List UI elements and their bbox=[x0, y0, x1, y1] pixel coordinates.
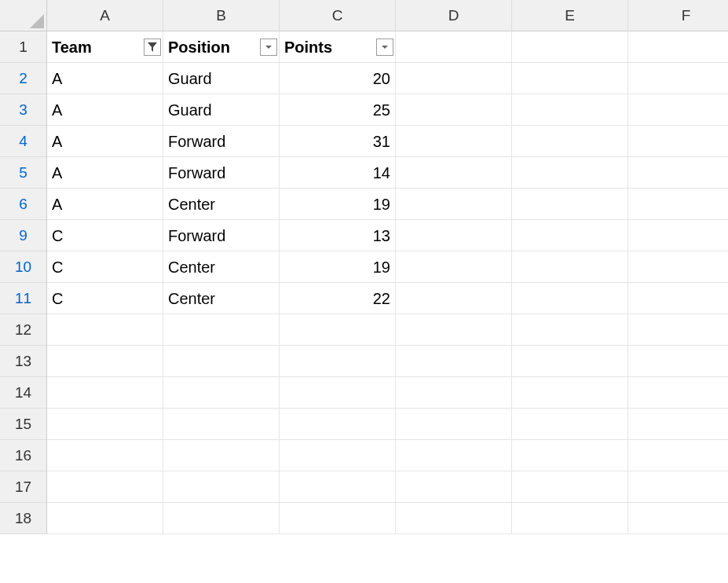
row-header-12[interactable]: 12 bbox=[0, 314, 47, 346]
cell-A17[interactable] bbox=[47, 471, 163, 503]
row-header-15[interactable]: 15 bbox=[0, 409, 47, 440]
row-header-2[interactable]: 2 bbox=[0, 63, 47, 94]
cell-C3[interactable]: 25 bbox=[280, 94, 396, 126]
cell-F6[interactable] bbox=[628, 189, 728, 220]
cell-E1[interactable] bbox=[512, 31, 628, 63]
filter-button-points[interactable] bbox=[376, 38, 393, 56]
cell-B5[interactable]: Forward bbox=[163, 157, 280, 189]
column-header-E[interactable]: E bbox=[512, 0, 628, 31]
filter-button-team[interactable] bbox=[144, 38, 161, 56]
header-cell-team[interactable]: Team bbox=[47, 31, 163, 63]
row-header-9[interactable]: 9 bbox=[0, 220, 47, 251]
cell-B11[interactable]: Center bbox=[163, 283, 280, 314]
cell-F2[interactable] bbox=[628, 63, 728, 94]
header-cell-points[interactable]: Points bbox=[280, 31, 396, 63]
spreadsheet-grid[interactable]: ABCDEF1TeamPositionPoints2AGuard203AGuar… bbox=[0, 0, 728, 534]
cell-F9[interactable] bbox=[628, 220, 728, 251]
row-header-17[interactable]: 17 bbox=[0, 471, 47, 503]
cell-C5[interactable]: 14 bbox=[280, 157, 396, 189]
column-header-A[interactable]: A bbox=[47, 0, 163, 31]
cell-E17[interactable] bbox=[512, 471, 628, 503]
cell-D2[interactable] bbox=[396, 63, 512, 94]
cell-E10[interactable] bbox=[512, 251, 628, 283]
select-all-corner[interactable] bbox=[0, 0, 47, 31]
filter-button-position[interactable] bbox=[260, 38, 277, 56]
cell-D13[interactable] bbox=[396, 346, 512, 377]
row-header-13[interactable]: 13 bbox=[0, 346, 47, 377]
cell-E4[interactable] bbox=[512, 126, 628, 157]
cell-B2[interactable]: Guard bbox=[163, 63, 280, 94]
cell-E6[interactable] bbox=[512, 189, 628, 220]
row-header-3[interactable]: 3 bbox=[0, 94, 47, 126]
cell-D11[interactable] bbox=[396, 283, 512, 314]
cell-E3[interactable] bbox=[512, 94, 628, 126]
column-header-F[interactable]: F bbox=[628, 0, 728, 31]
cell-D14[interactable] bbox=[396, 377, 512, 409]
cell-A10[interactable]: C bbox=[47, 251, 163, 283]
cell-C11[interactable]: 22 bbox=[280, 283, 396, 314]
cell-A14[interactable] bbox=[47, 377, 163, 409]
cell-B9[interactable]: Forward bbox=[163, 220, 280, 251]
cell-F4[interactable] bbox=[628, 126, 728, 157]
cell-B18[interactable] bbox=[163, 503, 280, 534]
cell-C13[interactable] bbox=[280, 346, 396, 377]
cell-D15[interactable] bbox=[396, 409, 512, 440]
cell-B12[interactable] bbox=[163, 314, 280, 346]
cell-F18[interactable] bbox=[628, 503, 728, 534]
cell-A4[interactable]: A bbox=[47, 126, 163, 157]
cell-E13[interactable] bbox=[512, 346, 628, 377]
cell-C9[interactable]: 13 bbox=[280, 220, 396, 251]
cell-A12[interactable] bbox=[47, 314, 163, 346]
row-header-16[interactable]: 16 bbox=[0, 440, 47, 471]
cell-A16[interactable] bbox=[47, 440, 163, 471]
cell-A18[interactable] bbox=[47, 503, 163, 534]
cell-A6[interactable]: A bbox=[47, 189, 163, 220]
row-header-5[interactable]: 5 bbox=[0, 157, 47, 189]
row-header-11[interactable]: 11 bbox=[0, 283, 47, 314]
cell-A5[interactable]: A bbox=[47, 157, 163, 189]
cell-D5[interactable] bbox=[396, 157, 512, 189]
cell-E15[interactable] bbox=[512, 409, 628, 440]
cell-D12[interactable] bbox=[396, 314, 512, 346]
cell-D3[interactable] bbox=[396, 94, 512, 126]
cell-A2[interactable]: A bbox=[47, 63, 163, 94]
cell-E14[interactable] bbox=[512, 377, 628, 409]
cell-F15[interactable] bbox=[628, 409, 728, 440]
cell-F12[interactable] bbox=[628, 314, 728, 346]
cell-C18[interactable] bbox=[280, 503, 396, 534]
cell-E11[interactable] bbox=[512, 283, 628, 314]
cell-E2[interactable] bbox=[512, 63, 628, 94]
cell-C2[interactable]: 20 bbox=[280, 63, 396, 94]
row-header-1[interactable]: 1 bbox=[0, 31, 47, 63]
cell-D16[interactable] bbox=[396, 440, 512, 471]
column-header-B[interactable]: B bbox=[163, 0, 280, 31]
cell-C6[interactable]: 19 bbox=[280, 189, 396, 220]
cell-B13[interactable] bbox=[163, 346, 280, 377]
cell-B4[interactable]: Forward bbox=[163, 126, 280, 157]
cell-F17[interactable] bbox=[628, 471, 728, 503]
cell-F16[interactable] bbox=[628, 440, 728, 471]
header-cell-position[interactable]: Position bbox=[163, 31, 280, 63]
cell-C10[interactable]: 19 bbox=[280, 251, 396, 283]
cell-C17[interactable] bbox=[280, 471, 396, 503]
cell-F1[interactable] bbox=[628, 31, 728, 63]
cell-A13[interactable] bbox=[47, 346, 163, 377]
cell-E5[interactable] bbox=[512, 157, 628, 189]
cell-F14[interactable] bbox=[628, 377, 728, 409]
cell-B6[interactable]: Center bbox=[163, 189, 280, 220]
row-header-4[interactable]: 4 bbox=[0, 126, 47, 157]
cell-B3[interactable]: Guard bbox=[163, 94, 280, 126]
cell-D6[interactable] bbox=[396, 189, 512, 220]
row-header-18[interactable]: 18 bbox=[0, 503, 47, 534]
row-header-6[interactable]: 6 bbox=[0, 189, 47, 220]
cell-C12[interactable] bbox=[280, 314, 396, 346]
cell-D1[interactable] bbox=[396, 31, 512, 63]
cell-E12[interactable] bbox=[512, 314, 628, 346]
cell-F11[interactable] bbox=[628, 283, 728, 314]
cell-B10[interactable]: Center bbox=[163, 251, 280, 283]
column-header-C[interactable]: C bbox=[280, 0, 396, 31]
cell-A9[interactable]: C bbox=[47, 220, 163, 251]
cell-A11[interactable]: C bbox=[47, 283, 163, 314]
row-header-14[interactable]: 14 bbox=[0, 377, 47, 409]
cell-B15[interactable] bbox=[163, 409, 280, 440]
